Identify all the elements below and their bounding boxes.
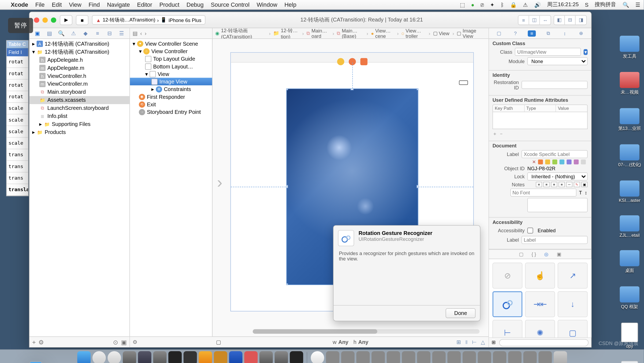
outline-imageview-selected[interactable]: Image View [130,78,212,85]
editor-mode-segment[interactable]: ≡◫↔ [518,15,551,25]
lib-item[interactable]: ↓ [558,291,587,317]
dock-minimized[interactable] [371,351,385,363]
desktop-item[interactable]: 未…视频 [620,72,639,96]
run-button[interactable]: ▶ [60,15,72,25]
notification-icon[interactable]: ☰ [635,2,640,8]
library-bottom-bar[interactable]: ⊞ [489,337,591,347]
desktop-item[interactable]: 07-…(优化) [618,144,641,168]
outline-item[interactable]: Top Layout Guide [130,55,212,63]
desktop-item[interactable]: QQ 框架 [620,286,639,310]
bluetooth-icon[interactable]: ᛒ [501,2,504,8]
dock-app[interactable] [123,351,136,363]
align-icon[interactable]: ⫴ [465,339,467,345]
scene-header[interactable] [231,53,473,63]
dock-minimized[interactable] [462,351,476,363]
horizontal-scrollbar[interactable] [253,329,480,334]
panel-toggle-segment[interactable]: ◧⊟◨ [554,15,587,25]
ime-icon[interactable]: S [585,2,588,8]
popover-done-button[interactable]: Done [446,308,475,318]
dock-minimized[interactable] [523,351,536,363]
dock-minimized[interactable] [386,351,400,363]
dock-xcode[interactable] [29,361,42,363]
dock-app[interactable] [229,351,242,363]
menu-edit[interactable]: Edit [52,1,62,8]
lib-item-rotation-gesture[interactable] [492,291,522,317]
desktop-item[interactable]: KSI…aster [619,180,640,203]
outline-vc[interactable]: ▾ ○View Controller [130,47,212,55]
tree-group[interactable]: ▾ 📁12-转场动画 (CATransition) [30,48,130,56]
lib-item[interactable]: ↗ [558,263,587,289]
dock-minimized[interactable] [432,351,445,363]
dock-safari[interactable] [107,351,121,363]
tree-file[interactable]: ≣Info.plist [30,112,130,120]
notes-format-buttons[interactable]: ≡≡≡≡─✎▣ [527,182,588,187]
dock-minimized[interactable] [508,351,521,363]
dock-app[interactable] [310,351,324,363]
dock-minimized[interactable] [478,351,491,363]
lib-item[interactable]: ☝ [525,263,555,289]
jump-bar[interactable]: ◉12-转场动画 (CATransition) 📁12-转…tion) ⧉Mai… [213,28,488,39]
dock-finder[interactable] [77,351,90,363]
tree-file[interactable]: ⧉Main.storyboard [30,88,130,96]
tree-file-selected[interactable]: 📁Assets.xcassets [30,96,130,104]
dock-app[interactable] [214,351,227,363]
dock-app[interactable] [290,351,303,363]
menu-view[interactable]: View [69,1,82,8]
notes-field[interactable] [527,198,588,212]
remove-attr-button[interactable]: － [499,131,504,136]
dock-minimized[interactable] [402,351,415,363]
ime-label[interactable]: 搜狗拼音 [595,1,616,8]
dock-app[interactable] [199,351,212,363]
tree-project-root[interactable]: ▸ A12-转场动画 (CATransition) [30,40,130,48]
font-field[interactable] [510,188,576,197]
doc-label-field[interactable] [522,150,588,158]
tree-group[interactable]: ▸ 📁Supporting Files [30,120,130,128]
dock-minimized[interactable] [417,351,430,363]
dock-app[interactable] [259,351,273,363]
tree-file[interactable]: ⧉LaunchScreen.storyboard [30,104,130,112]
object-library-grid[interactable]: ⊘ ☝ ↗ ⇥⇤ ↓ ⊢ ✺ ▢ [489,259,591,337]
desktop-item[interactable]: 发工具 [620,36,639,59]
traffic-lights[interactable] [34,17,56,23]
tree-file[interactable]: mViewController.m [30,80,130,88]
outline-filter-bar[interactable]: ⚙ [130,336,213,347]
menu-app[interactable]: Xcode [11,1,28,8]
desktop-item[interactable]: 第13…业班 [618,108,641,132]
scheme-selector[interactable]: ▲12-转场动…ATransition)› 📱iPhone 6s Plus [92,15,206,25]
library-filter-input[interactable] [499,339,588,346]
hide-outline-icon[interactable]: ▢ [216,339,221,345]
status-icon[interactable]: ⬚ [460,2,465,8]
dock-minimized[interactable] [356,351,369,363]
grid-view-icon[interactable]: ⊞ [492,340,496,346]
lock-icon[interactable]: 🔒 [510,2,517,8]
menu-product[interactable]: Product [159,1,180,8]
dock-app[interactable] [153,351,166,363]
restoration-id-field[interactable] [522,81,588,89]
menu-editor[interactable]: Editor [137,1,152,8]
menu-navigate[interactable]: Navigate [107,1,130,8]
dock-minimized[interactable] [341,351,354,363]
volume-icon[interactable]: 🔊 [534,2,541,8]
dock-launchpad[interactable] [92,351,106,363]
project-tree[interactable]: ▸ A12-转场动画 (CATransition) ▾ 📁12-转场动画 (CA… [30,39,130,336]
navigator-filter-bar[interactable]: +⚙⊙▣ [30,336,130,347]
udra-table[interactable] [492,112,587,129]
dock-minimized[interactable] [493,351,506,363]
spotlight-icon[interactable]: 🔍 [623,2,629,8]
class-field[interactable] [515,48,581,56]
tree-file[interactable]: mAppDelegate.m [30,64,130,72]
outline-view[interactable]: ▾ View [130,70,212,78]
status-icon[interactable]: ● [471,2,474,8]
dock-minimized[interactable] [326,351,339,363]
lib-item[interactable]: ⇥⇤ [525,291,555,317]
outline-item[interactable]: ▸ ⊞Constraints [130,85,212,93]
clock[interactable]: 周三16:21:25 [547,1,579,8]
library-tabs[interactable]: ▢{ }◎▣ [489,249,591,259]
label-color-swatches[interactable]: ✕ [527,159,588,164]
inspector-tabs[interactable]: ▢?≡⧉↕⊕ [489,28,591,39]
menu-file[interactable]: File [35,1,45,8]
outline-scene[interactable]: ▾ ●View Controller Scene [130,40,212,47]
dock-minimized[interactable] [447,351,460,363]
dock-app[interactable] [244,351,257,363]
dock-app[interactable] [168,351,181,363]
